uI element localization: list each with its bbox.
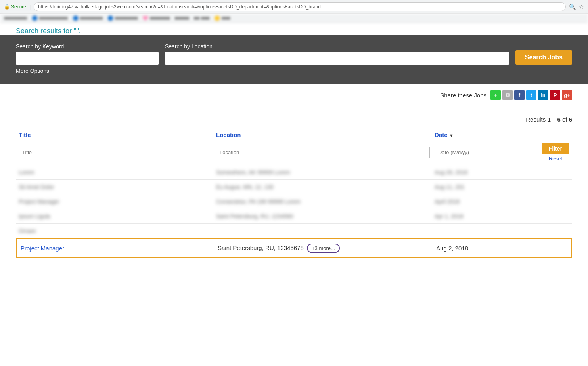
- share-twitter-icon[interactable]: t: [526, 90, 536, 100]
- search-row: Search by Keyword Search by Location Sea…: [16, 43, 572, 65]
- table-row[interactable]: Ornare: [16, 224, 572, 239]
- job-location-cell: Saint Petersburg, RU, 1234560: [214, 209, 432, 224]
- keyword-label: Search by Keyword: [16, 43, 159, 50]
- bookmark-6[interactable]: ■■■■■: [175, 15, 189, 21]
- keyword-group: Search by Keyword: [16, 43, 159, 65]
- browser-search-icon[interactable]: 🔍: [569, 4, 576, 10]
- filter-actions-cell: Filter Reset: [539, 141, 572, 165]
- job-title-cell: Ornare: [16, 224, 214, 239]
- bookmark-4[interactable]: 🔵 ■■■■■■■■: [107, 15, 138, 21]
- highlighted-job-date: Aug 2, 2018: [436, 245, 468, 252]
- table-row[interactable]: Lorem Somewhere, AK 99999 Lorem Aug 28, …: [16, 165, 572, 180]
- share-add-icon[interactable]: +: [490, 90, 501, 100]
- filter-button[interactable]: Filter: [542, 143, 569, 154]
- filter-location-cell: [214, 141, 432, 165]
- more-locations-badge[interactable]: +3 more...: [307, 244, 340, 253]
- jobs-table: Title Location Date ▼: [16, 128, 572, 258]
- col-location-label: Location: [216, 132, 241, 138]
- results-range-start: 1: [547, 116, 550, 123]
- results-heading: Search results for "".: [0, 23, 588, 35]
- table-row[interactable]: Sit Amet Dolor Eu Augue, MN, 12, 130 Aug…: [16, 180, 572, 194]
- job-title-cell: Ipsum Ligula: [16, 209, 214, 224]
- results-range-end: 6: [557, 116, 560, 123]
- highlighted-table-row[interactable]: Project Manager Saint Petersburg, RU, 12…: [16, 238, 572, 258]
- job-title-cell: Project Manager: [16, 194, 214, 209]
- results-of: of: [562, 116, 569, 123]
- results-total: 6: [569, 116, 572, 123]
- highlighted-job-actions-cell: [539, 238, 572, 258]
- results-dash: –: [552, 116, 557, 123]
- filter-date-input[interactable]: [435, 147, 486, 158]
- secure-indicator: 🔒 Secure: [4, 4, 26, 10]
- results-count: Results 1 – 6 of 6: [16, 104, 572, 128]
- browser-bookmark-icon[interactable]: ☆: [579, 4, 584, 10]
- bookmark-2[interactable]: 🔵 ■■■■■■■■■■: [32, 15, 68, 21]
- location-label: Search by Location: [165, 43, 509, 50]
- job-location-cell: Eu Augue, MN, 12, 130: [214, 180, 432, 194]
- reset-link[interactable]: Reset: [542, 156, 569, 162]
- job-date-cell: [432, 224, 539, 239]
- job-date-cell: Aug 11, 201: [432, 180, 539, 194]
- share-facebook-icon[interactable]: f: [514, 90, 525, 100]
- col-title-label: Title: [19, 132, 31, 138]
- location-input[interactable]: [165, 52, 509, 65]
- main-content: Share these Jobs + ✉ f t in P g+ Results…: [0, 84, 588, 258]
- page-wrapper: Search results for "". Search by Keyword…: [0, 23, 588, 360]
- job-location-cell: Somewhere, AK 99999 Lorem: [214, 165, 432, 180]
- col-header-location[interactable]: Location: [214, 128, 432, 141]
- results-heading-text: Search results for "".: [16, 27, 81, 35]
- filter-date-cell: [432, 141, 539, 165]
- date-sort-arrow: ▼: [449, 133, 454, 138]
- share-email-icon[interactable]: ✉: [502, 90, 513, 100]
- share-linkedin-icon[interactable]: in: [538, 90, 548, 100]
- share-row: Share these Jobs + ✉ f t in P g+: [16, 84, 572, 104]
- highlighted-job-location-cell: Saint Petersburg, RU, 12345678 +3 more..…: [214, 238, 432, 258]
- highlighted-job-date-cell: Aug 2, 2018: [432, 238, 539, 258]
- share-label: Share these Jobs: [440, 92, 486, 99]
- job-title-cell: Lorem: [16, 165, 214, 180]
- bookmark-5[interactable]: 🩷 ■■■■■■■: [142, 15, 170, 21]
- location-group: Search by Location: [165, 43, 509, 65]
- table-row[interactable]: Ipsum Ligula Saint Petersburg, RU, 12345…: [16, 209, 572, 224]
- filter-title-cell: [16, 141, 214, 165]
- job-date-cell: Aug 28, 2018: [432, 165, 539, 180]
- job-title-cell: Sit Amet Dolor: [16, 180, 214, 194]
- bookmark-3[interactable]: 🔵 ■■■■■■■■: [73, 15, 103, 21]
- filter-row: Filter Reset: [16, 141, 572, 165]
- browser-bar: 🔒 Secure | https://training47.valhalla.s…: [0, 0, 588, 14]
- job-date-cell: Apr 1, 2018: [432, 209, 539, 224]
- col-header-title[interactable]: Title: [16, 128, 214, 141]
- share-google-icon[interactable]: g+: [562, 90, 572, 100]
- url-separator: |: [29, 4, 31, 10]
- bookmark-8[interactable]: 🟡 ■■■: [214, 15, 230, 21]
- highlighted-job-title: Project Manager: [21, 245, 64, 252]
- url-bar[interactable]: https://training47.valhalla.stage.jobs2w…: [34, 2, 566, 11]
- job-location-cell: [214, 224, 432, 239]
- filter-location-input[interactable]: [216, 147, 430, 158]
- job-actions-cell: [539, 180, 572, 194]
- table-header-row: Title Location Date ▼: [16, 128, 572, 141]
- url-text: https://training47.valhalla.stage.jobs2w…: [38, 4, 325, 10]
- more-options-link[interactable]: More Options: [16, 68, 572, 74]
- share-pinterest-icon[interactable]: P: [550, 90, 560, 100]
- share-icons: + ✉ f t in P g+: [490, 90, 572, 100]
- job-actions-cell: [539, 194, 572, 209]
- secure-label: Secure: [11, 4, 26, 10]
- job-date-cell: April 2018: [432, 194, 539, 209]
- col-header-date[interactable]: Date ▼: [432, 128, 539, 141]
- job-actions-cell: [539, 165, 572, 180]
- highlighted-job-title-cell: Project Manager: [16, 238, 214, 258]
- bookmarks-bar: ■■■■■■■■ 🔵 ■■■■■■■■■■ 🔵 ■■■■■■■■ 🔵 ■■■■■…: [0, 14, 588, 23]
- bookmark-1[interactable]: ■■■■■■■■: [4, 15, 27, 21]
- job-actions-cell: [539, 224, 572, 239]
- lock-icon: 🔒: [4, 4, 10, 10]
- filter-title-input[interactable]: [19, 147, 211, 158]
- keyword-input[interactable]: [16, 52, 159, 65]
- job-location-cell: Consectetur, PA 199 99999 Lorem: [214, 194, 432, 209]
- search-jobs-button[interactable]: Search Jobs: [515, 50, 572, 65]
- search-section: Search by Keyword Search by Location Sea…: [0, 35, 588, 84]
- col-header-actions: [539, 128, 572, 141]
- bookmark-7[interactable]: ■■ ■■■: [194, 15, 210, 21]
- table-row[interactable]: Project Manager Consectetur, PA 199 9999…: [16, 194, 572, 209]
- results-label: Results: [526, 116, 546, 123]
